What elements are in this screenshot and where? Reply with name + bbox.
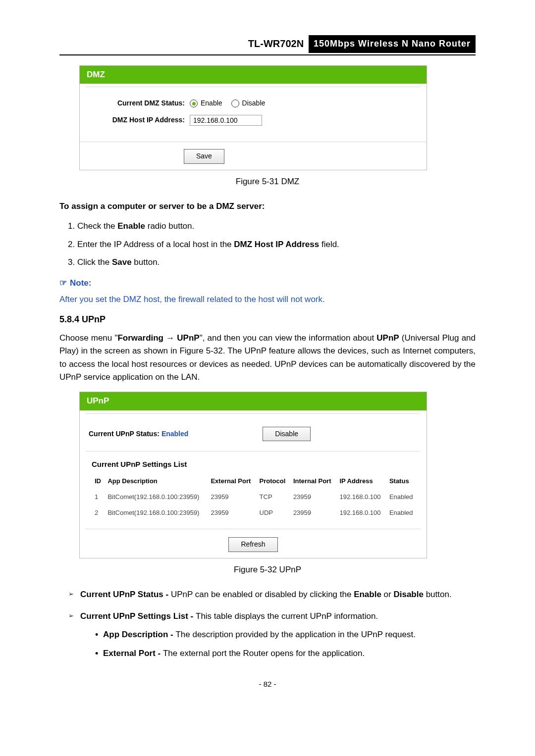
col-ext: External Port bbox=[208, 474, 256, 490]
radio-enable[interactable] bbox=[190, 100, 198, 107]
disable-button[interactable]: Disable bbox=[263, 427, 311, 442]
refresh-button[interactable]: Refresh bbox=[228, 537, 277, 552]
product-desc: 150Mbps Wireless N Nano Router bbox=[309, 35, 476, 53]
col-status: Status bbox=[386, 474, 418, 490]
model-label: TL-WR702N bbox=[243, 35, 309, 53]
step-3: Click the Save button. bbox=[77, 256, 476, 269]
col-ip: IP Address bbox=[336, 474, 386, 490]
hand-icon: ☞ bbox=[59, 278, 67, 288]
list-item: Current UPnP Status - UPnP can be enable… bbox=[71, 588, 476, 601]
feature-list: Current UPnP Status - UPnP can be enable… bbox=[59, 588, 476, 660]
figure-caption-dmz: Figure 5-31 DMZ bbox=[59, 175, 476, 188]
table-row: 1 BitComet(192.168.0.100:23959) 23959 TC… bbox=[92, 490, 418, 506]
upnp-panel-title: UPnP bbox=[80, 392, 427, 410]
table-header-row: ID App Description External Port Protoco… bbox=[92, 474, 418, 490]
radio-enable-label: Enable bbox=[201, 98, 222, 109]
dmz-host-row: DMZ Host IP Address: bbox=[86, 115, 421, 126]
sub-list: App Description - The description provid… bbox=[80, 628, 476, 660]
dmz-panel-title: DMZ bbox=[80, 66, 427, 84]
list-item: App Description - The description provid… bbox=[95, 628, 476, 641]
save-button[interactable]: Save bbox=[184, 149, 224, 164]
step-1: Check the Enable radio button. bbox=[77, 220, 476, 233]
radio-disable[interactable] bbox=[231, 100, 239, 107]
steps-list: Check the Enable radio button. Enter the… bbox=[59, 220, 476, 269]
upnp-intro-paragraph: Choose menu "Forwarding → UPnP", and the… bbox=[59, 332, 476, 384]
radio-disable-label: Disable bbox=[242, 98, 266, 109]
dmz-status-label: Current DMZ Status: bbox=[86, 98, 190, 109]
upnp-status-row: Current UPnP Status: Enabled Disable bbox=[80, 414, 427, 452]
page-number: - 82 - bbox=[59, 678, 476, 690]
col-id: ID bbox=[92, 474, 105, 490]
section-5-8-4-heading: 5.8.4 UPnP bbox=[59, 313, 476, 327]
dmz-status-row: Current DMZ Status: Enable Disable bbox=[86, 98, 421, 109]
note-header: ☞Note: bbox=[59, 277, 476, 290]
upnp-list-title: Current UPnP Settings List bbox=[80, 452, 427, 474]
note-body: After you set the DMZ host, the firewall… bbox=[59, 293, 476, 306]
doc-header: TL-WR702N 150Mbps Wireless N Nano Router bbox=[59, 35, 476, 55]
upnp-panel: UPnP Current UPnP Status: Enabled Disabl… bbox=[79, 392, 427, 558]
col-app: App Description bbox=[105, 474, 208, 490]
figure-caption-upnp: Figure 5-32 UPnP bbox=[59, 563, 476, 576]
step-2: Enter the IP Address of a local host in … bbox=[77, 238, 476, 251]
col-intp: Internal Port bbox=[290, 474, 337, 490]
col-proto: Protocol bbox=[257, 474, 290, 490]
dmz-host-label: DMZ Host IP Address: bbox=[86, 115, 190, 126]
upnp-status-label: Current UPnP Status: bbox=[89, 429, 160, 440]
assign-heading: To assign a computer or server to be a D… bbox=[59, 200, 476, 213]
upnp-status-value: Enabled bbox=[161, 429, 188, 440]
upnp-table: ID App Description External Port Protoco… bbox=[92, 474, 418, 522]
dmz-host-input[interactable] bbox=[190, 115, 262, 126]
dmz-panel: DMZ Current DMZ Status: Enable Disable D… bbox=[79, 65, 427, 170]
table-row: 2 BitComet(192.168.0.100:23959) 23959 UD… bbox=[92, 506, 418, 522]
list-item: External Port - The external port the Ro… bbox=[95, 647, 476, 660]
page: TL-WR702N 150Mbps Wireless N Nano Router… bbox=[0, 0, 535, 709]
list-item: Current UPnP Settings List - This table … bbox=[71, 610, 476, 660]
